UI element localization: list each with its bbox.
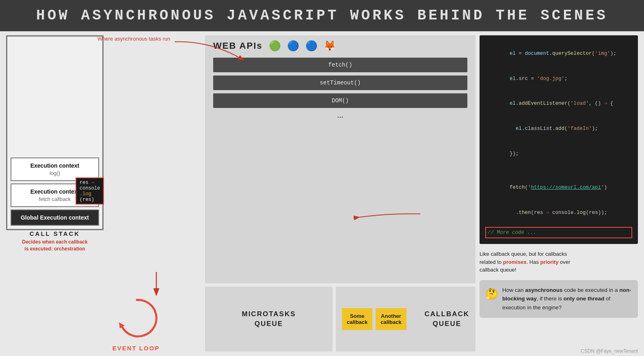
code-line-3: el.addEventListener('load', () ⇒ {: [485, 91, 632, 117]
question-text: How can asynchronous code be executed in…: [502, 286, 632, 312]
microtasks-queue: MICROTASKSQUEUE: [205, 287, 333, 352]
code-line-empty: [485, 166, 632, 175]
microtasks-annotation: Like callback queue, but for callbacks r…: [480, 248, 577, 276]
code-line-5: });: [485, 142, 632, 167]
webapis-annotation: Where asynchronous tasks run: [97, 36, 170, 42]
execution-context-fetch: res ⇒ console .log (res) Execution conte…: [11, 183, 99, 207]
event-loop-label: EVENT LOOP: [112, 345, 160, 352]
question-box: 🤔 How can asynchronous code be executed …: [480, 280, 638, 318]
api-ellipsis: ...: [213, 111, 467, 120]
event-loop-circle: [112, 294, 160, 343]
global-execution-context: Global Execution context: [11, 209, 99, 226]
callback-item-some: Somecallback: [342, 308, 372, 330]
callback-item-another: Anothercallback: [376, 308, 406, 330]
middle-section: WEB APIs 🟢 🔵 🔵 🦊 fetch() setTimeout() DO…: [205, 35, 475, 352]
safari-icon: 🔵: [287, 40, 299, 52]
apis-title-row: WEB APIs 🟢 🔵 🔵 🦊: [213, 40, 467, 52]
page-header: HOW ASYNCHRONOUS JAVASCRIPT WORKS BEHIND…: [0, 0, 644, 31]
right-section: el = document.querySelector('img'); el.s…: [480, 35, 638, 352]
code-line-4: el.classList.add('fadeIn');: [485, 117, 632, 142]
callback-queue: Somecallback Anothercallback CALLBACKQUE…: [336, 287, 475, 352]
fetch-api-button: fetch(): [213, 58, 467, 72]
queues-row: MICROTASKSQUEUE Somecallback Anothercall…: [205, 287, 475, 352]
web-apis-section: WEB APIs 🟢 🔵 🔵 🦊 fetch() setTimeout() DO…: [205, 35, 475, 283]
event-loop-wrapper: EVENT LOOP: [112, 294, 160, 352]
content-wrapper: Execution context log() res ⇒ console .l…: [0, 31, 644, 356]
call-stack-area: Execution context log() res ⇒ console .l…: [6, 35, 201, 352]
left-section: Execution context log() res ⇒ console .l…: [6, 35, 201, 352]
credits-label: CSDN @Faye_newTenant: [581, 348, 638, 354]
code-line-fetch: fetch('https://someurl.com/api'): [485, 175, 632, 200]
call-stack-label: CALL STACK: [6, 230, 104, 237]
code-tag: res ⇒ console .log (res): [76, 177, 104, 205]
code-line-then: .then(res ⇒ console.log(res));: [485, 200, 632, 225]
code-comment-line: // More code ...: [485, 227, 632, 239]
dom-api-button: DOM(): [213, 93, 467, 108]
code-panel: el = document.querySelector('img'); el.s…: [480, 35, 638, 244]
call-stack: Execution context log() res ⇒ console .l…: [6, 35, 104, 230]
settimeout-api-button: setTimeout(): [213, 76, 467, 90]
question-emoji: 🤔: [485, 286, 498, 303]
code-line-1: el = document.querySelector('img');: [485, 41, 632, 66]
code-line-2: el.src = 'dog.jpg';: [485, 66, 632, 91]
edge-icon: 🔵: [305, 40, 318, 52]
firefox-icon: 🦊: [324, 40, 336, 52]
web-apis-title: WEB APIs: [213, 41, 263, 51]
orchestration-note: Decides when each callbackis executed: o…: [22, 239, 87, 252]
callback-queue-label: CALLBACKQUEUE: [425, 309, 469, 329]
microtasks-label: MICROTASKSQUEUE: [242, 309, 296, 329]
page-title: HOW ASYNCHRONOUS JAVASCRIPT WORKS BEHIND…: [12, 7, 632, 24]
chrome-icon: 🟢: [269, 40, 281, 52]
web-apis-info: WEB APIs 🟢 🔵 🔵 🦊 fetch() setTimeout() DO…: [213, 40, 467, 120]
